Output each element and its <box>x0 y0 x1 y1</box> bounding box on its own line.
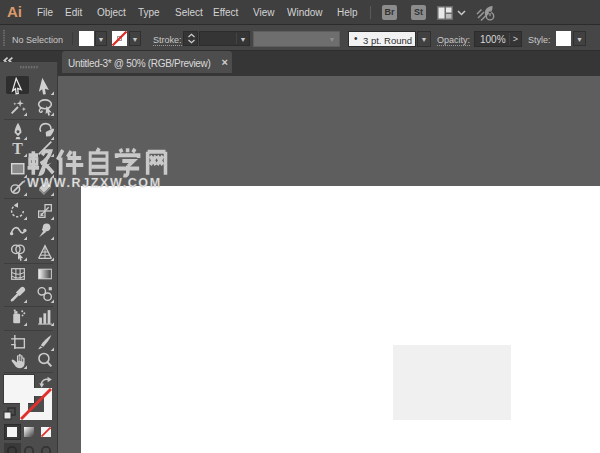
svg-text:T: T <box>12 140 23 157</box>
